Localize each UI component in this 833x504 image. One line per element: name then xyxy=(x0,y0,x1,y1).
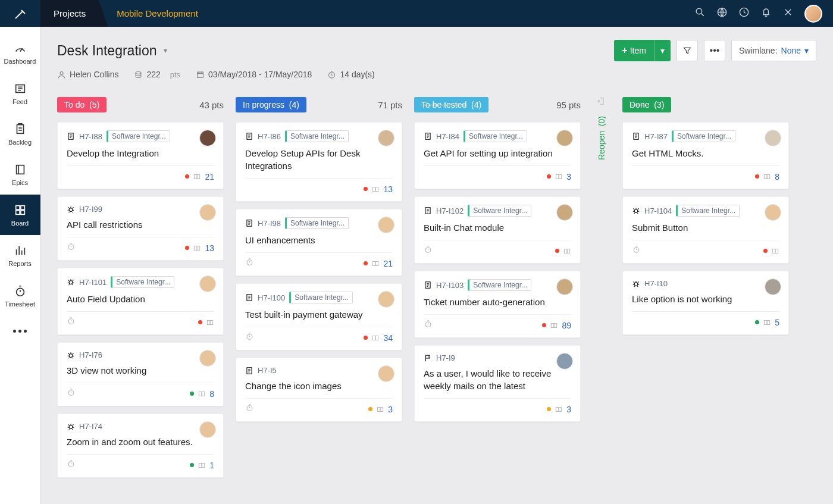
clock-icon[interactable] xyxy=(738,7,750,20)
card-type-icon xyxy=(245,219,253,227)
nav-projects[interactable]: Projects xyxy=(40,0,99,27)
card-title: Submit Button xyxy=(632,221,779,234)
assignee-avatar[interactable] xyxy=(378,217,394,233)
kanban-card[interactable]: H7-I84Software Integr...Get API for sett… xyxy=(414,122,581,189)
svg-rect-55 xyxy=(567,249,570,253)
search-icon[interactable] xyxy=(694,7,706,20)
column-badge[interactable]: In progress (4) xyxy=(236,97,306,112)
card-type-icon xyxy=(67,422,75,431)
svg-rect-64 xyxy=(767,174,770,179)
kanban-card[interactable]: H7-I87Software Integr...Get HTML Mocks.8 xyxy=(622,122,789,189)
kanban-card[interactable]: H7-I763D view not working8 xyxy=(57,342,224,406)
column-points: 43 pts xyxy=(199,100,224,110)
kanban-card[interactable]: H7-I98Software Integr...UI enhancements2… xyxy=(236,209,402,276)
kanban-card[interactable]: H7-I104Software Integr...Submit Button xyxy=(622,196,789,264)
card-type-icon xyxy=(632,206,640,215)
sidebar-item-timesheet[interactable]: Timesheet xyxy=(0,276,40,316)
nav-current-project[interactable]: Mobile Development xyxy=(99,0,211,27)
assignee-avatar[interactable] xyxy=(556,204,573,221)
kanban-card[interactable]: H7-I101Software Integr...Auto Field Upda… xyxy=(57,268,224,335)
priority-dot xyxy=(547,174,551,179)
kanban-card[interactable]: H7-I103Software Integr...Ticket number a… xyxy=(414,271,581,338)
svg-rect-33 xyxy=(202,463,205,467)
kanban-card[interactable]: H7-I99API call restrictions13 xyxy=(57,196,224,261)
card-points: 21 xyxy=(383,259,393,268)
add-item-button[interactable]: +Item ▾ xyxy=(614,40,671,61)
column-badge[interactable]: Done (3) xyxy=(622,97,671,112)
sidebar-more[interactable] xyxy=(0,316,40,346)
kanban-card[interactable]: H7-I9As a user, I would like to receive … xyxy=(414,345,581,422)
assignee-avatar[interactable] xyxy=(765,278,781,295)
svg-rect-4 xyxy=(17,124,23,133)
assignee-avatar[interactable] xyxy=(378,130,394,146)
duration-meta: 14 day(s) xyxy=(327,70,374,79)
column-badge[interactable]: To be tested (4) xyxy=(414,97,488,112)
card-tag: Software Integr... xyxy=(285,130,349,142)
card-type-icon xyxy=(245,132,253,140)
globe-icon[interactable] xyxy=(716,7,728,20)
assignee-avatar[interactable] xyxy=(199,276,216,292)
sidebar-item-reports[interactable]: Reports xyxy=(0,235,40,276)
priority-dot xyxy=(364,187,368,191)
tools-icon[interactable] xyxy=(782,7,794,20)
kanban-card[interactable]: H7-I74Zoom in and zoom out features.1 xyxy=(57,414,224,478)
kanban-card[interactable]: H7-I86Software Integr...Develop Setup AP… xyxy=(236,122,402,202)
add-item-dropdown[interactable]: ▾ xyxy=(654,40,671,61)
bell-icon[interactable] xyxy=(760,7,772,20)
timer-icon xyxy=(245,332,254,343)
svg-rect-70 xyxy=(765,320,768,324)
card-points: 13 xyxy=(383,184,393,194)
assignee-avatar[interactable] xyxy=(199,350,216,367)
card-id: H7-I98 xyxy=(258,219,281,228)
owner-meta: Helen Collins xyxy=(57,70,118,79)
app-logo[interactable] xyxy=(0,0,40,27)
kanban-card[interactable]: H7-I100Software Integr...Test built-in p… xyxy=(236,283,402,350)
svg-rect-20 xyxy=(195,246,198,250)
assignee-avatar[interactable] xyxy=(378,291,394,308)
kanban-card[interactable]: H7-I88Software Integr...Develop the Inte… xyxy=(57,122,224,189)
assignee-avatar[interactable] xyxy=(199,130,216,146)
sidebar-item-dashboard[interactable]: Dashboard xyxy=(0,33,40,73)
attachment-icon xyxy=(198,461,206,469)
svg-rect-7 xyxy=(20,205,24,209)
sidebar-item-feed[interactable]: Feed xyxy=(0,73,40,114)
page-header: Desk Integration ▾ +Item ▾ ••• Swimlane:… xyxy=(57,40,816,61)
assignee-avatar[interactable] xyxy=(199,204,216,221)
assignee-avatar[interactable] xyxy=(556,278,573,295)
chevron-down-icon[interactable]: ▾ xyxy=(164,46,167,55)
assignee-avatar[interactable] xyxy=(556,130,573,146)
assignee-avatar[interactable] xyxy=(765,204,781,221)
page-title[interactable]: Desk Integration xyxy=(57,43,156,59)
attachment-icon xyxy=(198,390,206,398)
card-id: H7-I104 xyxy=(644,206,672,215)
kanban-card[interactable]: H7-I5Change the icon images3 xyxy=(236,358,402,422)
sidebar-item-backlog[interactable]: Backlog xyxy=(0,114,40,154)
attachment-icon xyxy=(763,173,771,181)
assignee-avatar[interactable] xyxy=(199,421,216,438)
kanban-card[interactable]: H7-I102Software Integr...Built-in Chat m… xyxy=(414,196,581,264)
card-tag: Software Integr... xyxy=(107,130,170,142)
assignee-avatar[interactable] xyxy=(378,365,394,382)
topbar-actions xyxy=(694,5,833,23)
column-badge[interactable]: To do (5) xyxy=(57,97,107,112)
swimlane-select[interactable]: Swimlane: None ▾ xyxy=(731,40,816,61)
user-avatar[interactable] xyxy=(804,5,822,23)
filter-button[interactable] xyxy=(677,40,698,61)
timer-icon xyxy=(245,403,254,415)
card-title: Test built-in payment gateway xyxy=(245,308,393,321)
kanban-card[interactable]: H7-I10Like option is not working5 xyxy=(622,271,789,335)
page-meta: Helen Collins 222 pts 03/May/2018 - 17/M… xyxy=(57,70,816,79)
card-title: Get HTML Mocks. xyxy=(632,147,779,159)
top-navbar: Projects Mobile Development xyxy=(0,0,833,27)
svg-point-22 xyxy=(69,281,73,284)
column-reopen-collapsed[interactable]: Reopen (0) xyxy=(593,96,610,160)
card-type-icon xyxy=(245,293,253,302)
card-title: Develop the Integration xyxy=(67,147,214,159)
more-options-button[interactable]: ••• xyxy=(704,40,725,61)
svg-point-26 xyxy=(69,353,73,357)
svg-rect-63 xyxy=(765,174,768,179)
assignee-avatar[interactable] xyxy=(765,130,781,146)
sidebar-item-epics[interactable]: Epics xyxy=(0,154,40,195)
assignee-avatar[interactable] xyxy=(556,353,573,370)
sidebar-item-board[interactable]: Board xyxy=(0,195,40,235)
